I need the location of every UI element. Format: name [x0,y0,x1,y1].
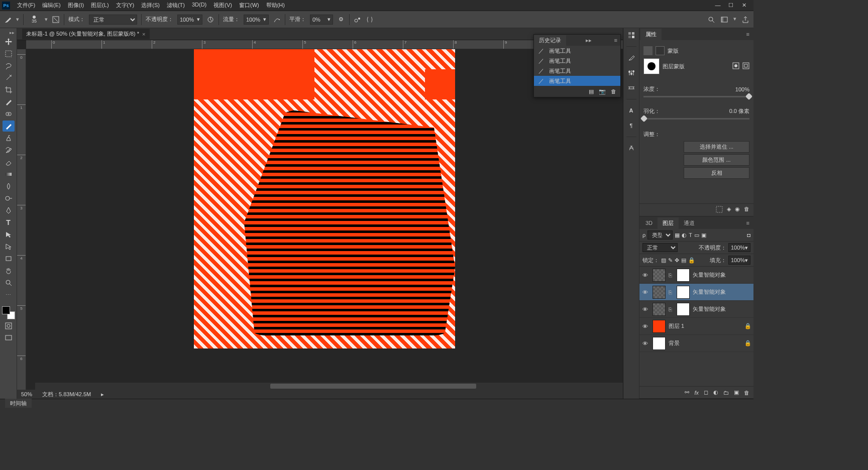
layer-row[interactable]: 👁 背景 🔒 [639,335,753,352]
color-swatches[interactable] [2,306,15,319]
swatches-panel-icon[interactable] [626,53,636,63]
pressure-opacity-icon[interactable] [206,16,214,24]
timeline-tab[interactable]: 时间轴 [5,399,32,408]
layer-thumbnail[interactable] [653,337,666,350]
blend-mode-select[interactable]: 正常 [89,15,137,25]
disable-mask-icon[interactable]: ◉ [735,206,740,214]
mask-thumbnail[interactable] [677,286,690,299]
hand-tool[interactable] [3,265,15,276]
lock-position-icon[interactable]: ✥ [675,257,679,264]
document-filesize[interactable]: 文档：5.83M/42.5M [42,391,91,398]
color-range-button[interactable]: 颜色范围 ... [684,154,749,166]
toolbar-collapse-icon[interactable]: ▸▸ [10,30,17,35]
history-camera-icon[interactable]: 📷 [599,88,606,95]
canvas-viewport[interactable] [26,49,623,390]
vertical-ruler[interactable]: 0 1 2 3 4 5 6 [17,49,26,390]
feather-value[interactable]: 0.0 像素 [729,107,749,115]
history-item[interactable]: ／画笔工具 [534,76,620,86]
styles-panel-icon[interactable] [626,83,636,93]
close-tab-icon[interactable]: × [142,31,145,37]
direct-selection-tool[interactable] [3,241,15,252]
filter-type-icon[interactable]: T [689,232,692,238]
minimize-button[interactable]: — [714,2,721,9]
zoom-tool[interactable] [3,277,15,288]
layer-opacity-input[interactable]: 100%▾ [728,243,750,252]
brush-tool[interactable] [3,121,15,132]
mask-link-icon[interactable]: ⎘ [669,289,674,295]
lock-pixels-icon[interactable]: ✎ [668,257,673,264]
adjustments-panel-icon[interactable] [626,68,636,78]
select-and-mask-button[interactable]: 选择并遮住 ... [684,141,749,153]
foreground-color-swatch[interactable] [2,306,10,314]
layer-thumbnail[interactable] [653,320,666,333]
add-mask-icon[interactable]: ◻ [704,389,708,396]
lock-icon[interactable]: 🔒 [744,323,750,329]
filter-pixel-icon[interactable]: ▦ [675,232,680,239]
history-snapshot-icon[interactable]: ▤ [589,88,594,95]
type-tool[interactable]: T [3,217,15,228]
layer-thumbnail[interactable] [653,269,666,282]
fill-input[interactable]: 100%▾ [728,256,750,265]
layer-name[interactable]: 背景 [669,339,741,347]
properties-menu-icon[interactable]: ≡ [743,31,752,37]
menu-select[interactable]: 选择(S) [138,1,163,10]
menu-help[interactable]: 帮助(H) [263,1,288,10]
menu-edit[interactable]: 编辑(E) [39,1,64,10]
pen-tool[interactable] [3,205,15,216]
paragraph-panel-icon[interactable]: ¶ [626,121,636,131]
history-brush-tool[interactable] [3,145,15,156]
maximize-button[interactable]: ☐ [727,2,734,9]
layer-name[interactable]: 矢量智能对象 [693,305,750,313]
history-tab[interactable]: 历史记录 [534,35,566,46]
opacity-input[interactable]: 100%▾ [177,15,202,25]
clone-stamp-tool[interactable] [3,133,15,144]
layer-row[interactable]: 👁 图层 1 🔒 [639,318,753,335]
visibility-toggle-icon[interactable]: 👁 [642,323,649,329]
mask-type-pixel-icon[interactable] [643,46,653,55]
history-item[interactable]: ／画笔工具 [534,66,620,76]
layer-name[interactable]: 矢量智能对象 [693,288,750,296]
lasso-tool[interactable] [3,60,15,71]
blur-tool[interactable] [3,181,15,192]
mask-type-vector-icon[interactable] [656,46,665,55]
close-button[interactable]: ✕ [740,2,747,9]
link-layers-icon[interactable]: ⚯ [685,389,689,396]
smoothing-input[interactable]: 0%▾ [310,15,333,25]
delete-mask-icon[interactable]: 🗑 [744,206,749,214]
layer-row[interactable]: 👁 ⎘ 矢量智能对象 [639,284,753,301]
lock-all-icon[interactable]: 🔒 [688,257,695,264]
filter-shape-icon[interactable]: ▭ [694,232,699,239]
menu-image[interactable]: 图像(I) [65,1,87,10]
zoom-level[interactable]: 50% [21,391,32,397]
visibility-toggle-icon[interactable]: 👁 [642,306,649,312]
new-group-icon[interactable]: 🗀 [723,390,729,396]
flow-input[interactable]: 100%▾ [244,15,269,25]
mask-thumbnail[interactable] [677,303,690,316]
search-icon[interactable] [707,16,715,24]
visibility-toggle-icon[interactable]: 👁 [642,340,649,346]
menu-layer[interactable]: 图层(L) [88,1,112,10]
rectangle-tool[interactable] [3,253,15,264]
load-selection-icon[interactable] [716,206,723,214]
crop-tool[interactable] [3,84,15,95]
menu-type[interactable]: 文字(Y) [113,1,138,10]
move-tool[interactable] [3,36,15,47]
layer-fx-icon[interactable]: fx [694,390,699,396]
history-item[interactable]: ／画笔工具 [534,46,620,56]
character-panel-icon[interactable]: A [626,105,636,115]
filter-toggle[interactable]: ◘ [747,232,750,238]
add-pixel-mask-icon[interactable] [732,62,739,70]
layer-filter-type[interactable]: 类型 [647,230,673,240]
share-icon[interactable] [741,16,749,24]
layer-row[interactable]: 👁 ⎘ 矢量智能对象 [639,301,753,318]
new-layer-icon[interactable]: ▣ [734,389,739,396]
lock-transparency-icon[interactable]: ▨ [661,257,666,264]
tab-3d[interactable]: 3D [640,218,658,228]
density-slider[interactable] [643,96,749,97]
symmetry-icon[interactable] [366,16,374,24]
apply-mask-icon[interactable]: ◈ [727,206,731,214]
layer-name[interactable]: 图层 1 [669,322,741,330]
airbrush-icon[interactable] [273,16,281,24]
mask-link-icon[interactable]: ⎘ [669,306,674,312]
layer-name[interactable]: 矢量智能对象 [693,271,750,279]
